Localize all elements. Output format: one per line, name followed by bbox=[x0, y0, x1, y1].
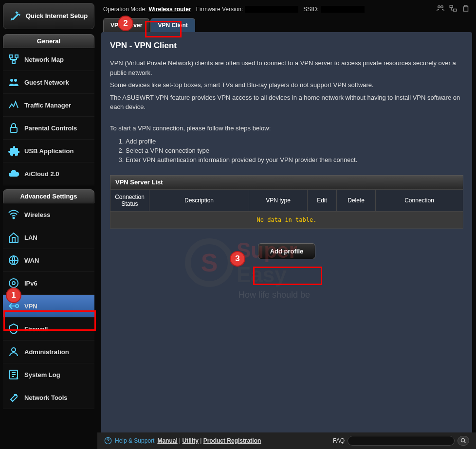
firmware-value-redacted bbox=[245, 6, 298, 13]
network-status-icon[interactable] bbox=[449, 4, 458, 14]
svg-point-19 bbox=[461, 439, 465, 442]
topbar: Operation Mode: Wireless router Firmware… bbox=[97, 0, 476, 18]
annotation-badge-2: 2 bbox=[118, 16, 133, 31]
svg-rect-17 bbox=[454, 9, 457, 12]
svg-rect-2 bbox=[12, 61, 15, 64]
sidebar-item-parental-controls[interactable]: Parental Controls bbox=[3, 117, 94, 140]
svg-point-10 bbox=[16, 305, 18, 307]
sidebar-item-label: Guest Network bbox=[24, 79, 69, 86]
steps-list: Add profile Select a VPN connection type… bbox=[126, 138, 463, 163]
table-header: Description bbox=[149, 190, 249, 212]
sidebar-item-label: IPv6 bbox=[24, 280, 37, 287]
step-item: Enter VPN authentication information pro… bbox=[126, 156, 463, 163]
sidebar-item-network-tools[interactable]: Network Tools bbox=[3, 386, 94, 409]
svg-point-4 bbox=[14, 79, 17, 82]
sidebar-item-label: AiCloud 2.0 bbox=[24, 170, 59, 178]
svg-rect-16 bbox=[450, 5, 453, 8]
sidebar-item-label: Network Map bbox=[24, 56, 64, 63]
qis-label: Quick Internet Setup bbox=[26, 12, 88, 20]
ssid-label: SSID: bbox=[303, 6, 318, 13]
svg-point-13 bbox=[16, 395, 17, 395]
guest-network-icon bbox=[8, 76, 19, 88]
sidebar-item-usb-application[interactable]: USB Application bbox=[3, 140, 94, 162]
sidebar: Quick Internet Setup General Network Map… bbox=[0, 0, 97, 449]
svg-point-6 bbox=[13, 217, 15, 219]
svg-point-9 bbox=[12, 282, 15, 285]
globe-icon bbox=[8, 254, 19, 266]
lock-icon bbox=[8, 122, 19, 134]
svg-point-14 bbox=[438, 6, 440, 8]
sidebar-item-label: VPN bbox=[24, 303, 37, 310]
table-empty-message: No data in table. bbox=[110, 212, 463, 229]
sidebar-item-aicloud[interactable]: AiCloud 2.0 bbox=[3, 162, 94, 185]
sidebar-item-label: System Log bbox=[24, 371, 60, 378]
sidebar-item-wireless[interactable]: Wireless bbox=[3, 203, 94, 226]
sidebar-item-label: WAN bbox=[24, 257, 39, 264]
sidebar-item-label: LAN bbox=[24, 234, 37, 241]
cloud-icon bbox=[8, 168, 19, 180]
add-profile-button[interactable]: Add profile bbox=[258, 243, 316, 259]
network-map-icon bbox=[8, 54, 19, 65]
footer-product-reg-link[interactable]: Product Registration bbox=[203, 437, 261, 444]
sidebar-item-guest-network[interactable]: Guest Network bbox=[3, 71, 94, 94]
wrench-icon bbox=[8, 392, 19, 403]
svg-point-8 bbox=[9, 279, 18, 287]
section-advanced-header: Advanced Settings bbox=[3, 189, 94, 203]
sidebar-item-lan[interactable]: LAN bbox=[3, 226, 94, 249]
puzzle-icon bbox=[8, 145, 19, 157]
sidebar-item-traffic-manager[interactable]: Traffic Manager bbox=[3, 94, 94, 117]
main-content: Operation Mode: Wireless router Firmware… bbox=[97, 0, 476, 449]
page-title: VPN - VPN Client bbox=[110, 41, 463, 51]
shield-icon bbox=[8, 323, 19, 335]
table-header: VPN type bbox=[249, 190, 308, 212]
steps-intro: To start a VPN connection, please follow… bbox=[110, 124, 463, 133]
annotation-badge-1: 1 bbox=[6, 287, 21, 303]
table-header: Edit bbox=[308, 190, 337, 212]
content-panel: VPN - VPN Client VPN (Virtual Private Ne… bbox=[101, 32, 472, 445]
wifi-icon bbox=[8, 209, 19, 220]
svg-point-15 bbox=[441, 6, 443, 8]
operation-mode-value[interactable]: Wireless router bbox=[148, 6, 191, 13]
log-icon bbox=[8, 369, 19, 380]
sidebar-item-label: USB Application bbox=[24, 147, 73, 155]
step-item: Add profile bbox=[126, 138, 463, 145]
person-icon bbox=[8, 346, 19, 358]
tab-vpn-client[interactable]: VPN Client bbox=[150, 18, 195, 32]
svg-rect-1 bbox=[15, 55, 18, 58]
firmware-label: Firmware Version: bbox=[196, 6, 243, 13]
footer-manual-link[interactable]: Manual bbox=[157, 437, 177, 444]
sidebar-item-label: Administration bbox=[24, 348, 69, 356]
usb-icon[interactable] bbox=[461, 4, 470, 14]
sidebar-item-label: Wireless bbox=[24, 211, 50, 218]
annotation-badge-3: 3 bbox=[230, 251, 245, 267]
sidebar-item-wan[interactable]: WAN bbox=[3, 249, 94, 272]
table-header: Delete bbox=[337, 190, 376, 212]
sidebar-item-label: Network Tools bbox=[24, 394, 68, 401]
svg-point-3 bbox=[10, 79, 13, 82]
footer-utility-link[interactable]: Utility bbox=[183, 437, 199, 444]
users-icon[interactable] bbox=[436, 4, 445, 14]
sidebar-item-network-map[interactable]: Network Map bbox=[3, 48, 94, 71]
intro-p2: Some devices like set-top boxes, smart T… bbox=[110, 80, 463, 90]
quick-internet-setup-button[interactable]: Quick Internet Setup bbox=[3, 3, 94, 29]
sidebar-item-system-log[interactable]: System Log bbox=[3, 363, 94, 386]
table-header: Connection bbox=[376, 190, 463, 212]
intro-p1: VPN (Virtual Private Network) clients ar… bbox=[110, 58, 463, 77]
operation-mode-label: Operation Mode: bbox=[103, 6, 146, 13]
footer: Help & Support Manual | Utility | Produc… bbox=[97, 432, 476, 449]
sidebar-item-label: Firewall bbox=[24, 325, 48, 333]
help-support: Help & Support bbox=[104, 437, 154, 445]
intro-p3: The ASUSWRT VPN feature provides VPN acc… bbox=[110, 93, 463, 112]
faq-search-button[interactable] bbox=[458, 436, 469, 446]
svg-rect-0 bbox=[9, 55, 12, 58]
svg-point-11 bbox=[12, 348, 16, 352]
traffic-icon bbox=[8, 99, 19, 111]
faq-search-input[interactable] bbox=[348, 436, 455, 446]
sidebar-item-firewall[interactable]: Firewall bbox=[3, 318, 94, 341]
section-general-header: General bbox=[3, 34, 94, 48]
sidebar-item-label: Traffic Manager bbox=[24, 102, 71, 109]
home-icon bbox=[8, 232, 19, 243]
step-item: Select a VPN connection type bbox=[126, 147, 463, 154]
sidebar-item-administration[interactable]: Administration bbox=[3, 341, 94, 363]
faq-label: FAQ bbox=[333, 437, 345, 444]
